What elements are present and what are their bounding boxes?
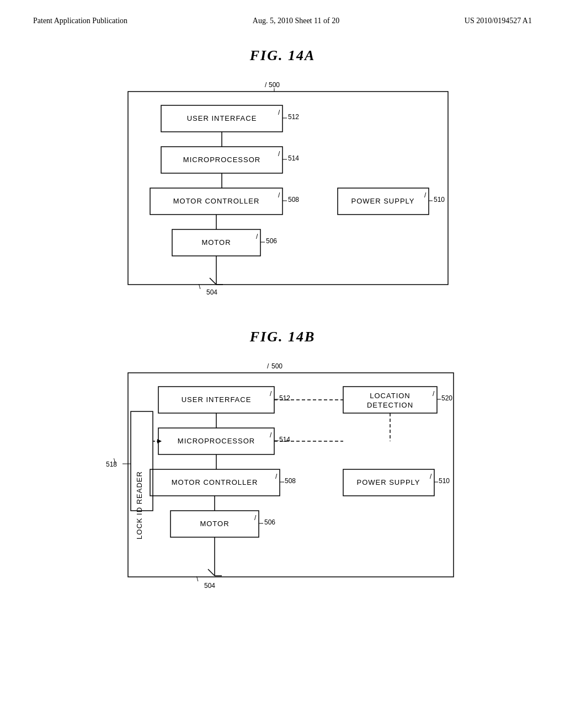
ref-512-b: 512 bbox=[279, 394, 290, 402]
patent-page: Patent Application Publication Aug. 5, 2… bbox=[0, 0, 565, 728]
fig14a-diagram: 500 / USER INTERFACE 512 / MICROPROCESSO… bbox=[33, 75, 532, 301]
microprocessor-a-label: MICROPROCESSOR bbox=[183, 156, 260, 164]
fig14a-section: FIG. 14A 500 / USER INTERFACE 512 / bbox=[33, 47, 532, 301]
fig14a-svg: 500 / USER INTERFACE 512 / MICROPROCESSO… bbox=[89, 75, 476, 301]
ref-514-a: 514 bbox=[288, 154, 299, 162]
fig14b-title: FIG. 14B bbox=[33, 329, 532, 345]
svg-marker-46 bbox=[157, 439, 162, 443]
fig14b-section: FIG. 14B 500 / USER INTERFACE 512 / LOCA… bbox=[33, 329, 532, 604]
page-header: Patent Application Publication Aug. 5, 2… bbox=[33, 17, 532, 25]
motor-a-label: MOTOR bbox=[201, 238, 231, 247]
user-interface-a-label: USER INTERFACE bbox=[187, 114, 257, 122]
svg-text:/: / bbox=[256, 233, 258, 240]
fig14a-title: FIG. 14A bbox=[33, 47, 532, 64]
svg-text:/: / bbox=[430, 473, 432, 480]
ref-512-a: 512 bbox=[288, 113, 299, 121]
svg-text:/: / bbox=[270, 390, 272, 398]
ref-500-b: 500 bbox=[271, 362, 282, 370]
ref-504-b: 504 bbox=[204, 582, 215, 590]
svg-text:/: / bbox=[275, 473, 278, 480]
svg-text:/: / bbox=[278, 191, 280, 199]
header-left: Patent Application Publication bbox=[33, 17, 127, 25]
svg-text:/: / bbox=[254, 514, 257, 522]
ref-506-a: 506 bbox=[266, 237, 277, 245]
ref-508-a: 508 bbox=[288, 196, 299, 204]
svg-text:/: / bbox=[267, 362, 269, 370]
svg-text:/: / bbox=[278, 109, 280, 116]
ref-508-b: 508 bbox=[285, 477, 296, 485]
ref-510-b: 510 bbox=[439, 477, 450, 485]
svg-line-22 bbox=[210, 278, 216, 285]
svg-text:/: / bbox=[265, 81, 267, 89]
microprocessor-b-label: MICROPROCESSOR bbox=[178, 437, 255, 445]
motor-controller-b-label: MOTOR CONTROLLER bbox=[172, 478, 258, 486]
svg-line-58 bbox=[208, 569, 215, 576]
lock-id-reader-label: LOCK ID READER bbox=[135, 471, 143, 539]
power-supply-a-label: POWER SUPPLY bbox=[351, 197, 414, 205]
location-detection-label: LOCATION bbox=[370, 392, 411, 400]
ref-520-b: 520 bbox=[441, 394, 452, 402]
svg-text:/: / bbox=[278, 150, 280, 158]
svg-text:/: / bbox=[433, 390, 435, 398]
ref-510-a: 510 bbox=[434, 196, 445, 204]
svg-text:\: \ bbox=[196, 575, 199, 583]
svg-text:/: / bbox=[270, 431, 272, 439]
header-right: US 2010/0194527 A1 bbox=[465, 17, 532, 25]
fig14b-diagram: 500 / USER INTERFACE 512 / LOCATION DETE… bbox=[33, 356, 532, 604]
ref-500-a: 500 bbox=[269, 81, 280, 89]
svg-text:/: / bbox=[424, 191, 427, 199]
ref-514-b: 514 bbox=[279, 436, 290, 443]
svg-text:\: \ bbox=[199, 283, 201, 291]
svg-text:DETECTION: DETECTION bbox=[367, 401, 413, 409]
user-interface-b-label: USER INTERFACE bbox=[182, 395, 252, 404]
motor-controller-a-label: MOTOR CONTROLLER bbox=[173, 197, 260, 205]
fig14b-svg: 500 / USER INTERFACE 512 / LOCATION DETE… bbox=[73, 356, 492, 604]
power-supply-b-label: POWER SUPPLY bbox=[356, 478, 420, 486]
ref-506-b: 506 bbox=[264, 518, 275, 526]
ref-504-a: 504 bbox=[206, 288, 217, 296]
header-middle: Aug. 5, 2010 Sheet 11 of 20 bbox=[253, 17, 339, 25]
motor-b-label: MOTOR bbox=[200, 520, 229, 528]
